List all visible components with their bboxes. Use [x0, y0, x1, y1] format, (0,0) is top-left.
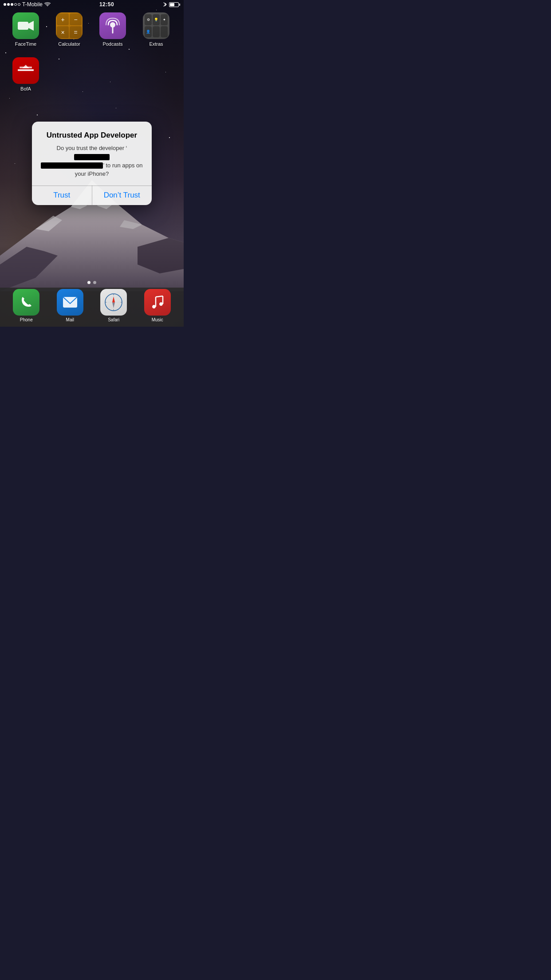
alert-message: Do you trust the developer ‘ ’ to run ap… [39, 144, 145, 178]
alert-buttons: Trust Don’t Trust [32, 186, 152, 205]
alert-title: Untrusted App Developer [39, 130, 145, 140]
alert-content: Untrusted App Developer Do you trust the… [32, 122, 152, 186]
trust-button[interactable]: Trust [32, 186, 92, 205]
alert-redacted-developer-name [74, 154, 110, 160]
alert-overlay: Untrusted App Developer Do you trust the… [0, 0, 184, 327]
alert-redacted-line2 [41, 162, 103, 169]
dont-trust-button[interactable]: Don’t Trust [92, 186, 152, 205]
alert-dialog: Untrusted App Developer Do you trust the… [32, 122, 152, 205]
alert-message-before: Do you trust the developer ‘ [57, 145, 127, 151]
